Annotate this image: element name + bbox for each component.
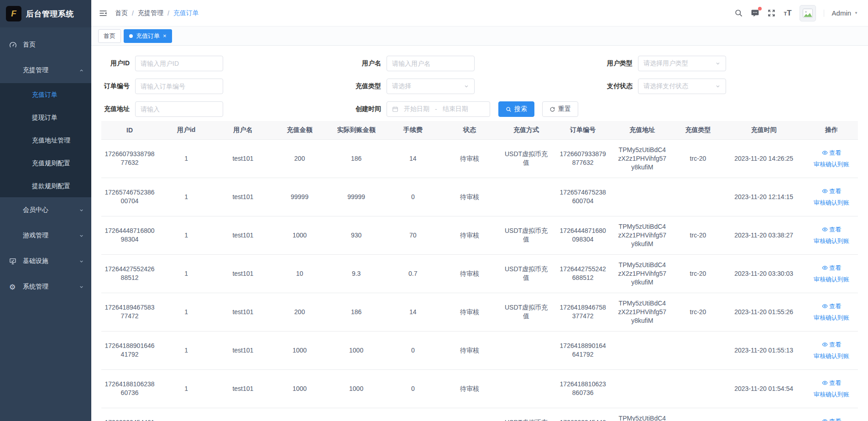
view-link[interactable]: 查看 bbox=[822, 263, 841, 272]
search-icon[interactable] bbox=[734, 9, 743, 17]
cell-address: TPMy5zUtiBdC4zX2z1PHVihfg57y8kufiM bbox=[611, 293, 673, 331]
cell-actions: 查看审核确认到账 bbox=[805, 216, 858, 254]
table-row: 17264427552426885121test101109.30.7待审核US… bbox=[101, 254, 858, 293]
username-label: 用户名 bbox=[353, 59, 381, 68]
close-icon[interactable]: × bbox=[163, 33, 167, 39]
table-row: 17264188901646417921test101100010000待审核1… bbox=[101, 331, 858, 369]
cell-fee: 14 bbox=[385, 293, 441, 331]
tab-recharge-orders[interactable]: 充值订单 × bbox=[124, 29, 172, 43]
sidebar-item-recharge-address-mgmt[interactable]: 充值地址管理 bbox=[0, 129, 91, 152]
cell-actual: 186 bbox=[328, 293, 385, 331]
user-type-select[interactable]: 请选择用户类型 bbox=[638, 56, 726, 71]
view-link[interactable]: 查看 bbox=[822, 148, 841, 157]
create-time-label: 创建时间 bbox=[353, 105, 381, 113]
dashboard-icon bbox=[9, 41, 19, 49]
confirm-arrival-link[interactable]: 审核确认到账 bbox=[814, 313, 849, 322]
admin-menu[interactable]: Admin ▼ bbox=[832, 9, 858, 17]
cell-address bbox=[611, 178, 673, 216]
user-id-input[interactable] bbox=[135, 56, 223, 71]
reset-button[interactable]: 重置 bbox=[542, 101, 578, 117]
sidebar-item-home[interactable]: 首页 bbox=[0, 32, 91, 58]
confirm-arrival-link[interactable]: 审核确认到账 bbox=[814, 275, 849, 284]
column-header-type: 充值类型 bbox=[673, 121, 722, 139]
cell-time: 2023-11-20 01:54:54 bbox=[723, 369, 805, 408]
cell-username: test101 bbox=[214, 254, 271, 293]
cell-type: trc-20 bbox=[673, 408, 722, 421]
sidebar-item-recharge-orders[interactable]: 充值订单 bbox=[0, 83, 91, 106]
avatar[interactable] bbox=[800, 5, 816, 21]
confirm-arrival-link[interactable]: 审核确认到账 bbox=[814, 198, 849, 207]
sidebar-item-withdraw-rule-config[interactable]: 提款规则配置 bbox=[0, 174, 91, 197]
cell-type bbox=[673, 178, 722, 216]
breadcrumb-separator: / bbox=[132, 10, 134, 17]
sidebar-item-system-mgmt[interactable]: ⚙ 系统管理 bbox=[0, 274, 91, 300]
notification-badge bbox=[758, 7, 762, 11]
app-title: 后台管理系统 bbox=[26, 9, 74, 19]
confirm-arrival-link[interactable]: 审核确认到账 bbox=[814, 352, 849, 360]
view-link[interactable]: 查看 bbox=[822, 417, 841, 421]
font-size-icon[interactable]: TT bbox=[784, 9, 791, 18]
cell-order: 1726418810623860736 bbox=[554, 369, 611, 408]
end-date-placeholder: 结束日期 bbox=[443, 105, 468, 113]
view-link[interactable]: 查看 bbox=[822, 302, 841, 310]
pay-status-select[interactable]: 请选择支付状态 bbox=[638, 79, 726, 94]
table-row: 17266079338798776321test10120018614待审核US… bbox=[101, 139, 858, 178]
cell-fee: 0 bbox=[385, 331, 441, 369]
sidebar-item-infrastructure[interactable]: 基础设施 bbox=[0, 248, 91, 274]
confirm-arrival-link[interactable]: 审核确认到账 bbox=[814, 390, 849, 399]
sidebar-item-recharge-withdraw-mgmt[interactable]: 充提管理 bbox=[0, 58, 91, 83]
sidebar-item-recharge-rule-config[interactable]: 充值规则配置 bbox=[0, 152, 91, 174]
recharge-type-select[interactable]: 请选择 bbox=[387, 79, 475, 94]
eye-icon bbox=[822, 265, 828, 271]
recharge-address-input[interactable] bbox=[135, 101, 223, 117]
chevron-up-icon bbox=[79, 68, 84, 73]
cell-actions: 查看审核确认到账 bbox=[805, 331, 858, 369]
app-root: F 后台管理系统 首页 充提管理 充值订单 提现订单 充值地址管理 充值规则配置 bbox=[0, 0, 868, 421]
view-link[interactable]: 查看 bbox=[822, 225, 841, 234]
view-link[interactable]: 查看 bbox=[822, 187, 841, 195]
menu-fold-icon[interactable] bbox=[99, 9, 108, 18]
fullscreen-icon[interactable] bbox=[767, 9, 776, 17]
table-row: 17262020454461235201test10120018614待审核US… bbox=[101, 408, 858, 421]
cell-uid: 1 bbox=[158, 293, 214, 331]
sidebar-item-member-center[interactable]: 会员中心 bbox=[0, 197, 91, 223]
cell-actual: 1000 bbox=[328, 369, 385, 408]
column-header-method: 充值方式 bbox=[498, 121, 554, 139]
column-header-actions: 操作 bbox=[805, 121, 858, 139]
breadcrumb-home[interactable]: 首页 bbox=[115, 9, 128, 17]
cell-order: 1726418890164641792 bbox=[554, 331, 611, 369]
start-date-placeholder: 开始日期 bbox=[404, 105, 429, 113]
eye-icon bbox=[822, 342, 828, 347]
cell-fee: 14 bbox=[385, 139, 441, 178]
table-row: 17264188106238607361test101100010000待审核1… bbox=[101, 369, 858, 408]
tab-home[interactable]: 首页 bbox=[98, 29, 121, 43]
confirm-arrival-link[interactable]: 审核确认到账 bbox=[814, 160, 849, 168]
message-icon[interactable] bbox=[751, 9, 759, 17]
create-time-range-picker[interactable]: 开始日期 - 结束日期 bbox=[387, 101, 490, 117]
app-logo[interactable]: F 后台管理系统 bbox=[0, 0, 91, 27]
confirm-arrival-link[interactable]: 审核确认到账 bbox=[814, 237, 849, 245]
cell-order: 1726202045446123520 bbox=[554, 408, 611, 421]
chevron-down-icon bbox=[79, 208, 84, 213]
cell-method bbox=[498, 178, 554, 216]
view-link[interactable]: 查看 bbox=[822, 340, 841, 349]
cell-method bbox=[498, 331, 554, 369]
cell-id: 1726444871680098304 bbox=[101, 216, 158, 254]
sidebar-item-withdraw-orders[interactable]: 提现订单 bbox=[0, 106, 91, 129]
cell-type bbox=[673, 331, 722, 369]
view-link[interactable]: 查看 bbox=[822, 379, 841, 387]
column-header-time: 充值时间 bbox=[723, 121, 805, 139]
search-button[interactable]: 搜索 bbox=[498, 101, 534, 117]
breadcrumb-recharge-mgmt[interactable]: 充提管理 bbox=[138, 9, 163, 17]
cell-order: 1726418946758377472 bbox=[554, 293, 611, 331]
recharge-type-label: 充值类型 bbox=[353, 82, 381, 90]
cell-type: trc-20 bbox=[673, 216, 722, 254]
order-no-input[interactable] bbox=[135, 79, 223, 94]
username-input[interactable] bbox=[387, 56, 475, 71]
sidebar-item-game-mgmt[interactable]: 游戏管理 bbox=[0, 223, 91, 248]
cell-id: 1726418890164641792 bbox=[101, 331, 158, 369]
cell-address: TPMy5zUtiBdC4zX2z1PHVihfg57y8kufiM bbox=[611, 254, 673, 293]
cell-method bbox=[498, 369, 554, 408]
breadcrumb-separator: / bbox=[167, 10, 169, 17]
cell-order: 1726442755242688512 bbox=[554, 254, 611, 293]
